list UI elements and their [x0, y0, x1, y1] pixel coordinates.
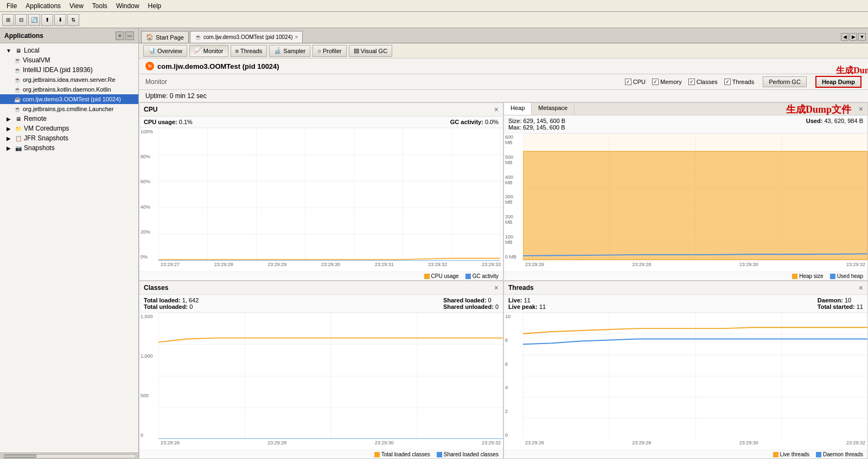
tab-nav-down[interactable]: ▼	[858, 33, 866, 41]
cb-classes[interactable]: ✓ Classes	[688, 79, 718, 85]
sidebar-item-maven[interactable]: ☕ org.jetbrains.idea.maven.server.Re	[0, 75, 138, 85]
gc-activity-stat: GC activity: 0.0%	[450, 119, 499, 125]
sidebar-scrollbar[interactable]	[0, 452, 138, 459]
toolbar-btn-3[interactable]: 🔄	[28, 14, 40, 26]
menu-help[interactable]: Help	[144, 1, 166, 11]
scrollbar-thumb[interactable]	[4, 455, 36, 458]
tab-nav-left[interactable]: ◀	[841, 33, 848, 41]
threads-legend-daemon: Daemon threads	[816, 451, 863, 457]
oomtest-tab-close[interactable]: ×	[295, 34, 298, 40]
heap-info: Size: 629, 145, 600 B Max: 629, 145, 600…	[504, 115, 867, 133]
cb-cpu[interactable]: ✓ CPU	[625, 79, 646, 85]
cb-memory-box[interactable]: ✓	[652, 79, 659, 85]
overview-btn[interactable]: 📊 Overview	[143, 45, 187, 57]
heap-chart-close[interactable]: ×	[854, 103, 867, 115]
uptime-bar: Uptime: 0 min 12 sec	[139, 90, 868, 102]
sidebar-item-kotlin[interactable]: ☕ org.jetbrains.kotlin.daemon.Kotlin	[0, 85, 138, 94]
sidebar-item-oomtest[interactable]: ☕ com.ljw.demo3.OOMTest (pid 10024)	[0, 94, 138, 104]
sidebar-item-jfrsnapshots[interactable]: ▶ 📋 JFR Snapshots	[0, 133, 138, 143]
sidebar-item-launcher[interactable]: ☕ org.jetbrains.jps.cmdline.Launcher	[0, 104, 138, 114]
monitor-icon: 📈	[194, 47, 202, 54]
remote-label: Remote	[24, 115, 47, 122]
cls-legend-shared-label: Shared loaded classes	[444, 451, 499, 457]
threads-stats-left: Live: 11 Live peak: 11	[508, 297, 546, 310]
heap-chart-legend: Heap size Used heap	[504, 271, 867, 280]
menu-applications[interactable]: Applications	[21, 1, 65, 11]
tab-oomtest[interactable]: ☕ com.ljw.demo3.OOMTest (pid 10024) ×	[190, 31, 303, 43]
cpu-y-100: 100%	[141, 129, 157, 134]
sidebar-item-intellij[interactable]: ☕ IntelliJ IDEA (pid 18936)	[0, 65, 138, 75]
expand-icon: ▼	[4, 46, 13, 55]
classes-chart-close[interactable]: ×	[494, 283, 499, 292]
perform-gc-button[interactable]: Perform GC	[763, 76, 807, 87]
scrollbar-track[interactable]	[2, 454, 136, 458]
heap-chart-body: 600 MB 500 MB 400 MB 300 MB 200 MB 100 M…	[504, 133, 867, 271]
threads-btn[interactable]: ≡ Threads	[231, 45, 267, 57]
classes-legend-total: Total loaded classes	[374, 451, 430, 457]
thr-legend-live-label: Live threads	[780, 451, 809, 457]
toolbar-btn-2[interactable]: ⊟	[15, 14, 27, 26]
sidebar-item-visualvm[interactable]: ☕ VisualVM	[0, 55, 138, 65]
launcher-label: org.jetbrains.jps.cmdline.Launcher	[23, 106, 114, 112]
heap-tab-metaspace[interactable]: Metaspace	[532, 103, 575, 115]
tab-nav-right[interactable]: ▶	[850, 33, 857, 41]
heap-legend-used: Used heap	[830, 273, 863, 279]
thr-y-0: 0	[505, 432, 522, 438]
sampler-btn[interactable]: 🔬 Sampler	[269, 45, 310, 57]
threads-chart-header: Threads ×	[504, 281, 867, 295]
heap-y-0: 0 MB	[505, 254, 522, 260]
sidebar-item-remote[interactable]: ▶ 🖥 Remote	[0, 114, 138, 124]
toolbar-btn-1[interactable]: ⊞	[2, 14, 14, 26]
threads-chart-legend: Live threads Daemon threads	[504, 450, 867, 458]
thr-y-10: 10	[505, 314, 522, 319]
cb-cpu-label: CPU	[633, 79, 646, 85]
cls-y-0: 0	[141, 432, 157, 438]
sidebar-item-snapshots[interactable]: ▶ 📷 Snapshots	[0, 143, 138, 153]
cpu-y-0: 0%	[141, 254, 157, 260]
sidebar-close-btn[interactable]: ×	[116, 31, 124, 40]
cpu-y-20: 20%	[141, 229, 157, 235]
cb-threads[interactable]: ✓ Threads	[724, 79, 754, 85]
profiler-btn[interactable]: ○ Profiler	[312, 45, 347, 57]
sidebar-item-vmcoredumps[interactable]: ▶ 📁 VM Coredumps	[0, 124, 138, 133]
sidebar-controls: × —	[116, 31, 134, 40]
gc-legend-color	[465, 274, 471, 279]
visualgc-btn[interactable]: ▤ Visual GC	[349, 45, 392, 57]
threads-chart-close[interactable]: ×	[859, 283, 863, 292]
cls-y-500: 500	[141, 393, 157, 398]
monitor-btn[interactable]: 📈 Monitor	[189, 45, 228, 57]
heap-dump-button[interactable]: Heap Dump	[815, 76, 861, 88]
cb-cpu-box[interactable]: ✓	[625, 79, 631, 85]
toolbar-btn-5[interactable]: ⬇	[54, 14, 66, 26]
menu-tools[interactable]: Tools	[88, 1, 112, 11]
sidebar-minimize-btn[interactable]: —	[125, 31, 134, 40]
sidebar-item-local[interactable]: ▼ 🖥 Local	[0, 46, 138, 55]
classes-chart-body: 1,500 1,000 500 0 23:29:26 23:29:28 23:2…	[139, 313, 503, 450]
heap-x-4: 23:29:32	[846, 262, 865, 271]
cls-x-1: 23:29:26	[161, 440, 180, 450]
toolbar-btn-4[interactable]: ⬆	[41, 14, 53, 26]
menu-view[interactable]: View	[65, 1, 88, 11]
gc-legend-label: GC activity	[473, 273, 499, 279]
heap-y-100: 100 MB	[505, 234, 522, 245]
app-title: com.ljw.demo3.OOMTest (pid 10024)	[157, 62, 279, 70]
remote-icon: 🖥	[14, 114, 23, 123]
toolbar-btn-6[interactable]: ⇅	[67, 14, 79, 26]
menu-file[interactable]: File	[2, 1, 21, 11]
app-title-bar: ↻ com.ljw.demo3.OOMTest (pid 10024)	[139, 59, 868, 74]
svg-rect-6	[158, 313, 503, 439]
menu-window[interactable]: Window	[112, 1, 144, 11]
heap-tab-heap[interactable]: Heap	[504, 103, 532, 115]
threads-stats: Live: 11 Live peak: 11 Daemon: 10 Total …	[504, 295, 867, 313]
cb-threads-label: Threads	[732, 79, 754, 85]
thr-legend-daemon-color	[816, 452, 821, 457]
cb-classes-box[interactable]: ✓	[688, 79, 695, 85]
cpu-chart-close[interactable]: ×	[494, 105, 499, 114]
cb-threads-box[interactable]: ✓	[724, 79, 731, 85]
classes-stats-left: Total loaded: 1, 642 Total unloaded: 0	[144, 297, 199, 310]
visualvm-label: VisualVM	[23, 56, 50, 64]
thr-y-4: 4	[505, 385, 522, 390]
tab-start-page[interactable]: 🏠 Start Page	[141, 31, 189, 43]
cb-memory[interactable]: ✓ Memory	[652, 79, 682, 85]
classes-stats-right: Shared loaded: 0 Shared unloaded: 0	[443, 297, 499, 310]
